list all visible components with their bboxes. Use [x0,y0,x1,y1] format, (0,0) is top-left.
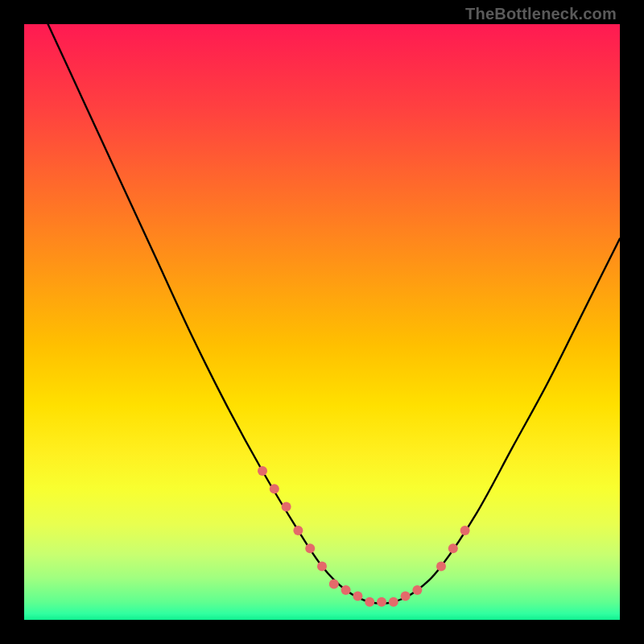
highlight-dot [389,597,398,607]
highlight-dot [353,591,362,601]
highlight-dot [460,526,470,535]
highlight-dot [270,484,279,493]
highlight-dot [282,502,291,511]
highlight-dot [341,585,351,595]
highlight-dot [305,543,315,553]
highlight-dots [258,466,470,607]
plot-area [24,24,620,620]
highlight-dot [412,585,422,595]
highlight-dot [258,466,267,476]
highlight-dot [329,580,339,589]
chart-frame: TheBottleneck.com [0,0,644,644]
highlight-dot [401,591,411,601]
highlight-dot [293,526,303,535]
chart-svg [24,24,620,620]
highlight-dot [317,561,327,571]
attribution-text: TheBottleneck.com [465,5,617,23]
highlight-dot [448,543,458,553]
bottleneck-curve [48,24,620,604]
highlight-dot [365,597,374,607]
highlight-dot [377,597,386,607]
highlight-dot [436,561,446,571]
